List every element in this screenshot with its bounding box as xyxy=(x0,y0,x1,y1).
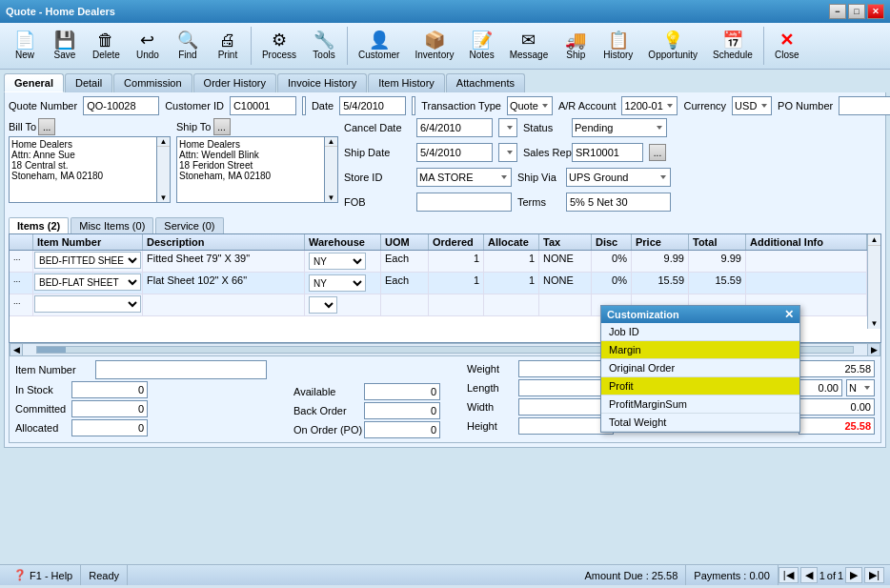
row3-tax xyxy=(539,294,592,315)
row3-warehouse[interactable] xyxy=(305,294,381,315)
nav-last[interactable]: ▶| xyxy=(864,567,884,583)
po-number-input[interactable] xyxy=(839,96,890,115)
tab-commission[interactable]: Commission xyxy=(113,73,192,92)
ship-icon: 🚚 xyxy=(565,31,586,49)
nav-next[interactable]: ▶ xyxy=(845,567,862,583)
ship-to-scroll-up[interactable]: ▲ xyxy=(325,137,337,147)
in-stock-field[interactable] xyxy=(71,381,148,398)
height-field[interactable] xyxy=(518,417,614,435)
col-tax: Tax xyxy=(539,234,592,250)
ship-date-dropdown[interactable] xyxy=(498,143,517,162)
freight-code-select[interactable]: N xyxy=(846,379,875,396)
ship-via-select[interactable]: UPS Ground xyxy=(566,168,671,187)
nav-prev[interactable]: ◀ xyxy=(800,567,818,583)
sub-tab-service[interactable]: Service (0) xyxy=(155,217,223,233)
bill-to-scroll-down[interactable]: ▼ xyxy=(157,193,170,202)
sub-tab-items[interactable]: Items (2) xyxy=(9,217,69,233)
ship-to-scroll-down[interactable]: ▼ xyxy=(325,193,337,202)
date-input[interactable] xyxy=(339,96,406,115)
bill-to-ellipsis[interactable]: ... xyxy=(38,118,55,135)
maximize-button[interactable]: □ xyxy=(848,4,865,19)
row2-warehouse[interactable]: NY xyxy=(305,273,381,294)
customer-button[interactable]: 👤 Customer xyxy=(352,29,406,63)
process-button[interactable]: ⚙ Process xyxy=(255,29,303,63)
tab-attachments[interactable]: Attachments xyxy=(446,73,525,92)
store-id-select[interactable]: MA STORE xyxy=(416,168,512,187)
sales-rep-ellipsis[interactable]: ... xyxy=(649,144,666,161)
row1-item-number[interactable]: BED-FITTED SHEE xyxy=(33,251,143,272)
popup-item-original-order[interactable]: Original Order xyxy=(601,359,799,377)
length-field[interactable] xyxy=(518,379,614,396)
on-order-field[interactable] xyxy=(364,421,440,438)
ship-to-ellipsis[interactable]: ... xyxy=(213,118,231,135)
opportunity-button[interactable]: 💡 Opportunity xyxy=(641,29,704,63)
customer-id-dropdown[interactable] xyxy=(302,96,306,115)
row1-handle: ··· xyxy=(10,251,33,272)
popup-item-profit[interactable]: Profit xyxy=(601,377,799,395)
row1-warehouse[interactable]: NY xyxy=(305,251,381,272)
window-close-button[interactable]: ✕ xyxy=(867,4,884,19)
tab-item-history[interactable]: Item History xyxy=(368,73,445,92)
item-number-field[interactable] xyxy=(95,360,267,379)
schedule-button[interactable]: 📅 Schedule xyxy=(706,29,759,63)
back-order-field[interactable] xyxy=(364,402,440,419)
popup-item-job-id[interactable]: Job ID xyxy=(601,323,799,341)
allocated-field[interactable] xyxy=(71,419,148,436)
sub-tab-misc[interactable]: Misc Items (0) xyxy=(71,217,153,233)
save-button[interactable]: 💾 Save xyxy=(46,29,84,63)
row2-item-number[interactable]: BED-FLAT SHEET xyxy=(33,273,143,294)
new-button[interactable]: 📄 New xyxy=(6,29,44,63)
nav-first[interactable]: |◀ xyxy=(779,567,799,583)
ship-button[interactable]: 🚚 Ship xyxy=(556,29,595,63)
history-button[interactable]: 📋 History xyxy=(597,29,639,63)
close-button[interactable]: ✕ Close xyxy=(768,29,806,63)
hscroll-left[interactable]: ◀ xyxy=(10,343,23,356)
print-button[interactable]: 🖨 Print xyxy=(209,29,247,63)
bill-to-scroll-up[interactable]: ▲ xyxy=(157,137,170,147)
fob-input[interactable] xyxy=(416,193,512,212)
available-field[interactable] xyxy=(364,383,440,400)
transaction-type-select[interactable]: Quote xyxy=(507,96,553,115)
delete-button[interactable]: 🗑 Delete xyxy=(86,29,127,63)
popup-close-button[interactable]: ✕ xyxy=(784,308,794,321)
popup-item-margin[interactable]: Margin xyxy=(601,341,799,359)
message-label: Message xyxy=(510,50,549,60)
hscroll-thumb[interactable] xyxy=(37,347,66,353)
bottom-col-2: Available Back Order On Order (PO) xyxy=(293,360,440,438)
tools-button[interactable]: 🔧 Tools xyxy=(305,29,343,63)
minimize-button[interactable]: − xyxy=(829,4,846,19)
committed-field[interactable] xyxy=(71,400,148,417)
terms-input[interactable] xyxy=(566,193,671,212)
hscroll-right[interactable]: ▶ xyxy=(867,343,880,356)
row3-item-number[interactable] xyxy=(33,294,143,315)
ar-account-select[interactable]: 1200-01 xyxy=(621,96,678,115)
ship-date-input[interactable] xyxy=(416,143,493,162)
notes-button[interactable]: 📝 Notes xyxy=(463,29,501,63)
quote-number-input[interactable] xyxy=(83,96,159,115)
find-button[interactable]: 🔍 Find xyxy=(169,29,207,63)
sales-rep-input[interactable] xyxy=(572,143,643,162)
currency-select[interactable]: USD xyxy=(732,96,772,115)
tab-general[interactable]: General xyxy=(4,73,64,92)
status-select[interactable]: Pending xyxy=(572,118,667,137)
tab-order-history[interactable]: Order History xyxy=(193,73,276,92)
cancel-date-dropdown[interactable] xyxy=(498,118,517,137)
tab-detail[interactable]: Detail xyxy=(65,73,112,92)
date-dropdown[interactable] xyxy=(412,96,415,115)
undo-button[interactable]: ↩ Undo xyxy=(129,29,167,63)
message-button[interactable]: ✉ Message xyxy=(503,29,556,63)
vscroll-down[interactable]: ▼ xyxy=(868,318,880,329)
col-item-number: Item Number xyxy=(33,234,143,250)
popup-item-profit-margin-sum[interactable]: ProfitMarginSum xyxy=(601,395,799,414)
tab-invoice-history[interactable]: Invoice History xyxy=(277,73,367,92)
width-field[interactable] xyxy=(518,398,614,416)
vscroll-up[interactable]: ▲ xyxy=(868,234,880,246)
help-item[interactable]: ❓ F1 - Help xyxy=(6,565,81,585)
cancel-date-input[interactable] xyxy=(416,118,493,137)
date-label: Date xyxy=(312,100,334,112)
popup-item-total-weight[interactable]: Total Weight xyxy=(601,414,799,432)
customer-id-input[interactable] xyxy=(230,96,296,115)
inventory-button[interactable]: 📦 Inventory xyxy=(408,29,460,63)
grid-vscroll[interactable]: ▲ ▼ xyxy=(867,234,880,329)
weight-field[interactable] xyxy=(518,360,614,377)
